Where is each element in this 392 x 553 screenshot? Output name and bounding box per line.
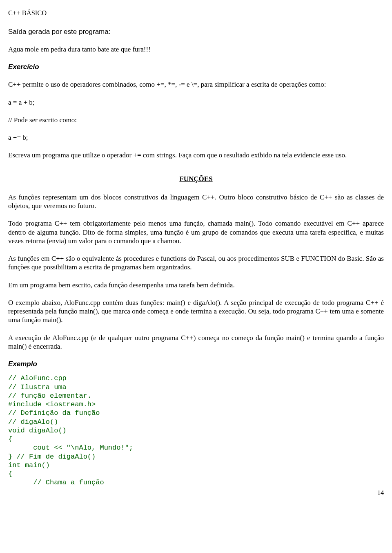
body-paragraph-6: A execução de AloFunc.cpp (e de qualquer… — [8, 334, 384, 351]
exercise-paragraph-1: C++ permite o uso de operadores combinad… — [8, 80, 384, 89]
body-paragraph-1: As funções representam um dos blocos con… — [8, 193, 384, 210]
program-output: Agua mole em pedra dura tanto bate ate q… — [8, 45, 384, 54]
body-paragraph-3: As funções em C++ são o equivalente às p… — [8, 254, 384, 272]
exercise-code-line-1: a = a + b; — [8, 98, 384, 107]
section-heading-funcoes: FUNÇÕES — [8, 175, 384, 183]
output-label: Saída gerada por este programa: — [8, 27, 384, 36]
body-paragraph-4: Em um programa bem escrito, cada função … — [8, 281, 384, 289]
exercise-code-line-3: a += b; — [8, 133, 384, 142]
example-heading: Exemplo — [8, 360, 384, 368]
body-paragraph-2: Todo programa C++ tem obrigatoriamente p… — [8, 219, 384, 245]
body-paragraph-5: O exemplo abaixo, AloFunc.cpp contém dua… — [8, 298, 384, 325]
exercise-code-line-2: // Pode ser escrito como: — [8, 116, 384, 124]
exercise-heading: Exercício — [8, 63, 384, 71]
exercise-paragraph-2: Escreva um programa que utilize o operad… — [8, 151, 384, 159]
page-header: C++ BÁSICO — [8, 9, 384, 18]
code-block: // AloFunc.cpp // Ilustra uma // função … — [8, 374, 384, 487]
page-number: 14 — [8, 489, 384, 497]
